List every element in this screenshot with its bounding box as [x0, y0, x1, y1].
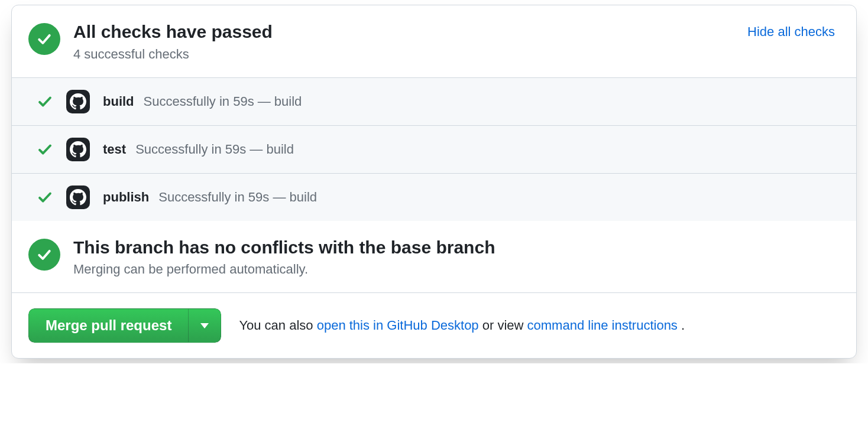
check-detail: Successfully in 59s — build: [144, 94, 302, 109]
check-detail: Successfully in 59s — build: [158, 190, 317, 205]
check-success-icon: [37, 93, 53, 110]
checks-title: All checks have passed: [73, 21, 734, 43]
checks-header-text: All checks have passed 4 successful chec…: [73, 21, 734, 62]
github-icon: [66, 186, 90, 209]
check-row: publish Successfully in 59s — build: [12, 174, 856, 221]
check-success-icon: [37, 189, 53, 206]
caret-down-icon: [200, 323, 209, 328]
github-icon: [66, 90, 90, 113]
check-name: test: [103, 142, 126, 157]
merge-button-group: Merge pull request: [28, 308, 221, 343]
merge-bar: Merge pull request You can also open thi…: [12, 292, 856, 358]
check-name: build: [103, 94, 134, 109]
hint-prefix: You can also: [239, 318, 316, 333]
merge-pull-request-button[interactable]: Merge pull request: [28, 308, 188, 343]
check-detail: Successfully in 59s — build: [135, 142, 294, 157]
command-line-instructions-link[interactable]: command line instructions: [527, 318, 678, 333]
checks-list: build Successfully in 59s — build test S…: [12, 77, 856, 221]
open-github-desktop-link[interactable]: open this in GitHub Desktop: [317, 318, 479, 333]
success-status-icon: [28, 23, 60, 55]
checks-subtitle: 4 successful checks: [73, 47, 734, 62]
hide-all-checks-link[interactable]: Hide all checks: [747, 24, 835, 40]
hint-suffix: .: [681, 318, 685, 333]
merge-hint-text: You can also open this in GitHub Desktop…: [239, 318, 685, 333]
conflict-text: This branch has no conflicts with the ba…: [73, 236, 495, 278]
checks-header: All checks have passed 4 successful chec…: [12, 5, 856, 77]
check-row: build Successfully in 59s — build: [12, 78, 856, 126]
merge-status-panel: All checks have passed 4 successful chec…: [11, 5, 857, 359]
merge-options-dropdown-button[interactable]: [188, 308, 221, 343]
check-row: test Successfully in 59s — build: [12, 126, 856, 174]
check-text: publish Successfully in 59s — build: [103, 190, 317, 205]
check-success-icon: [37, 141, 53, 158]
github-icon: [66, 138, 90, 161]
check-text: build Successfully in 59s — build: [103, 94, 302, 109]
merge-conflict-status: This branch has no conflicts with the ba…: [12, 221, 856, 293]
conflict-subtitle: Merging can be performed automatically.: [73, 262, 495, 277]
hint-middle: or view: [482, 318, 527, 333]
check-text: test Successfully in 59s — build: [103, 142, 294, 157]
check-name: publish: [103, 190, 149, 205]
success-status-icon: [28, 239, 60, 271]
conflict-title: This branch has no conflicts with the ba…: [73, 236, 495, 259]
